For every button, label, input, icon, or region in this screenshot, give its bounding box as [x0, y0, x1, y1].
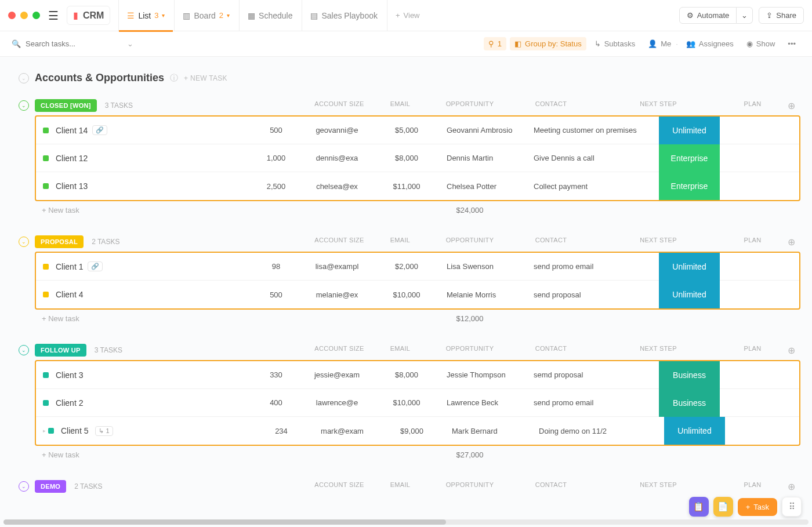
table-row[interactable]: Client 3 330 jessie@exam $8,000 Jessie T…	[36, 361, 799, 389]
close-window-icon[interactable]	[8, 12, 16, 19]
col-plan[interactable]: PLAN	[722, 481, 783, 492]
opportunity-cell[interactable]: $5,000	[369, 126, 444, 135]
add-view-button[interactable]: + View	[387, 0, 428, 31]
automate-dropdown[interactable]: ⌄	[737, 7, 753, 24]
contact-cell[interactable]: Lisa Swenson	[444, 262, 531, 271]
automate-button[interactable]: ⚙ Automate	[679, 7, 737, 24]
account-size-cell[interactable]: 98	[247, 262, 305, 271]
email-cell[interactable]: jessie@exam	[305, 370, 369, 379]
table-row[interactable]: Client 12 1,000 dennis@exa $8,000 Dennis…	[36, 144, 799, 172]
col-next-step[interactable]: NEXT STEP	[594, 237, 722, 248]
more-menu[interactable]: •••	[783, 37, 800, 50]
opportunity-cell[interactable]: $8,000	[369, 154, 444, 162]
apps-fab[interactable]: ⠿	[782, 497, 802, 517]
subtask-chip[interactable]: ↳1	[95, 426, 113, 436]
account-size-cell[interactable]: 500	[247, 290, 305, 299]
opportunity-cell[interactable]: $10,000	[369, 290, 444, 299]
plan-cell[interactable]: Business	[659, 361, 720, 389]
col-email[interactable]: EMAIL	[368, 237, 432, 248]
col-contact[interactable]: CONTACT	[507, 100, 594, 111]
collapse-group-icon[interactable]: ⌄	[19, 237, 29, 247]
plan-cell[interactable]: Enterprise	[659, 172, 720, 200]
client-name-cell[interactable]: Client 1 🔗	[56, 261, 247, 271]
link-chip[interactable]: 🔗	[92, 125, 107, 135]
col-contact[interactable]: CONTACT	[507, 481, 594, 492]
col-plan[interactable]: PLAN	[722, 237, 783, 248]
scrollbar-thumb[interactable]	[3, 519, 446, 525]
col-opportunity[interactable]: OPPORTUNITY	[432, 100, 507, 111]
minimize-window-icon[interactable]	[20, 12, 28, 19]
contact-cell[interactable]: Chelsea Potter	[444, 182, 531, 191]
client-name-cell[interactable]: Client 3	[56, 370, 247, 380]
next-step-cell[interactable]: semd proposal	[531, 370, 659, 379]
status-square-icon[interactable]	[43, 128, 49, 133]
collapse-group-icon[interactable]: ⌄	[19, 100, 29, 111]
client-name-cell[interactable]: Client 12	[56, 154, 247, 163]
col-next-step[interactable]: NEXT STEP	[594, 100, 722, 111]
opportunity-cell[interactable]: $9,000	[374, 427, 449, 435]
status-badge[interactable]: DEMO	[35, 480, 66, 493]
account-size-cell[interactable]: 234	[252, 427, 310, 435]
add-column-button[interactable]: ⊕	[783, 345, 800, 356]
collapse-all-icon[interactable]: ⌄	[19, 73, 29, 83]
link-chip[interactable]: 🔗	[88, 261, 103, 271]
add-column-button[interactable]: ⊕	[783, 481, 800, 492]
workspace-badge[interactable]: ▮ CRM	[67, 6, 110, 25]
col-contact[interactable]: CONTACT	[507, 345, 594, 356]
groupby-pill[interactable]: ◧ Group by: Status	[510, 37, 586, 50]
filter-pill[interactable]: ⚲ 1	[484, 37, 506, 50]
expand-icon[interactable]: ▸	[43, 428, 46, 434]
plan-cell[interactable]: Business	[659, 389, 720, 417]
search-wrap[interactable]: 🔍 ⌄	[12, 39, 133, 48]
share-button[interactable]: ⇪ Share	[759, 7, 804, 24]
contact-cell[interactable]: Lawrence Beck	[444, 398, 531, 407]
contact-cell[interactable]: Melanie Morris	[444, 290, 531, 299]
subtasks-pill[interactable]: ↳ Subtasks	[590, 37, 640, 50]
next-step-cell[interactable]: Meeting customer on premises	[531, 126, 659, 135]
col-opportunity[interactable]: OPPORTUNITY	[432, 481, 507, 492]
email-cell[interactable]: mark@exam	[310, 427, 374, 435]
status-square-icon[interactable]	[43, 264, 49, 270]
table-row[interactable]: ▸ Client 5 ↳1 234 mark@exam $9,000 Mark …	[36, 417, 799, 445]
status-square-icon[interactable]	[43, 183, 49, 189]
account-size-cell[interactable]: 2,500	[247, 182, 305, 191]
col-opportunity[interactable]: OPPORTUNITY	[432, 237, 507, 248]
client-name-cell[interactable]: Client 14 🔗	[56, 125, 247, 135]
account-size-cell[interactable]: 330	[247, 370, 305, 379]
status-square-icon[interactable]	[43, 155, 49, 161]
status-badge[interactable]: PROPOSAL	[35, 235, 84, 248]
col-email[interactable]: EMAIL	[368, 345, 432, 356]
email-cell[interactable]: chelsea@ex	[305, 182, 369, 191]
email-cell[interactable]: dennis@exa	[305, 154, 369, 162]
plan-cell[interactable]: Unlimited	[659, 253, 720, 281]
table-row[interactable]: Client 4 500 melanie@ex $10,000 Melanie …	[36, 281, 799, 308]
table-row[interactable]: Client 13 2,500 chelsea@ex $11,000 Chels…	[36, 172, 799, 200]
contact-cell[interactable]: Jessie Thompson	[444, 370, 531, 379]
next-step-cell[interactable]: Doing demo on 11/2	[536, 427, 664, 435]
tab-playbook[interactable]: ▤ Sales Playbook	[302, 0, 386, 31]
status-square-icon[interactable]	[43, 400, 49, 406]
hamburger-menu-icon[interactable]: ☰	[48, 9, 59, 23]
status-square-icon[interactable]	[48, 428, 54, 434]
new-task-link[interactable]: + New task	[42, 206, 79, 215]
assignees-pill[interactable]: 👥 Assignees	[682, 37, 738, 50]
status-square-icon[interactable]	[43, 292, 49, 297]
opportunity-cell[interactable]: $8,000	[369, 370, 444, 379]
tab-board[interactable]: ▥ Board 2 ▾	[174, 0, 238, 31]
maximize-window-icon[interactable]	[32, 12, 40, 19]
col-opportunity[interactable]: OPPORTUNITY	[432, 345, 507, 356]
col-account-size[interactable]: ACCOUNT SIZE	[310, 481, 368, 492]
email-cell[interactable]: lawrence@e	[305, 398, 369, 407]
col-next-step[interactable]: NEXT STEP	[594, 481, 722, 492]
next-step-cell[interactable]: send promo email	[531, 262, 659, 271]
new-task-button[interactable]: + NEW TASK	[184, 74, 227, 82]
plan-cell[interactable]: Unlimited	[664, 417, 725, 445]
table-row[interactable]: Client 14 🔗 500 geovanni@e $5,000 Geovan…	[36, 117, 799, 144]
new-task-link[interactable]: + New task	[42, 314, 79, 323]
email-cell[interactable]: lisa@exampl	[305, 262, 369, 271]
next-step-cell[interactable]: send promo email	[531, 398, 659, 407]
email-cell[interactable]: melanie@ex	[305, 290, 369, 299]
info-icon[interactable]: ⓘ	[170, 73, 178, 83]
contact-cell[interactable]: Dennis Martin	[444, 154, 531, 162]
col-account-size[interactable]: ACCOUNT SIZE	[310, 100, 368, 111]
